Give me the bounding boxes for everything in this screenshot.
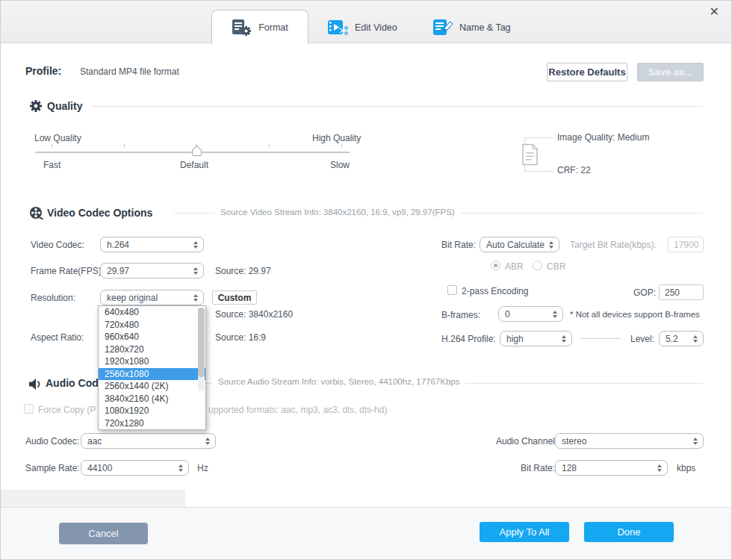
sample-rate-select[interactable]: 44100 bbox=[81, 460, 189, 476]
restore-defaults-button[interactable]: Restore Defaults bbox=[547, 63, 627, 81]
video-section-title: Video Codec Options bbox=[47, 207, 152, 219]
audio-bitrate-select[interactable]: 128 bbox=[555, 460, 668, 476]
tab-format[interactable]: Format bbox=[211, 10, 308, 44]
bitrate-select[interactable]: Auto Calculate bbox=[480, 237, 559, 252]
level-label: Level: bbox=[630, 334, 654, 344]
profile-level-dash bbox=[580, 338, 621, 339]
level-value: 5.2 bbox=[666, 334, 678, 344]
slider-tick bbox=[52, 144, 52, 147]
video-codec-label: Video Codec: bbox=[31, 240, 84, 250]
audio-channel-value: stereo bbox=[562, 436, 586, 447]
resolution-option[interactable]: 1280x720 bbox=[99, 343, 205, 356]
footer-left-shade bbox=[1, 490, 185, 507]
resolution-option[interactable]: 720x480 bbox=[99, 319, 205, 332]
framerate-select[interactable]: 29.97 bbox=[100, 263, 204, 279]
framerate-label: Frame Rate(FPS): bbox=[31, 266, 104, 276]
resolution-option[interactable]: 1920x1080 bbox=[99, 355, 205, 368]
bitrate-value: Auto Calculate bbox=[486, 240, 545, 250]
resolution-dropdown-list: 640x480 720x480 960x640 1280x720 1920x10… bbox=[98, 305, 206, 430]
h264-profile-label: H.264 Profile: bbox=[441, 334, 496, 344]
cancel-button[interactable]: Cancel bbox=[59, 523, 148, 544]
framerate-value: 29.97 bbox=[107, 266, 129, 276]
resolution-option[interactable]: 960x640 bbox=[99, 331, 205, 343]
force-copy-label-end: upported formats: aac, mp3, ac3, dts, dt… bbox=[208, 405, 387, 415]
cbr-radio bbox=[533, 261, 542, 270]
audio-source-info: Source Audio Stream Info: vorbis, Stereo… bbox=[212, 377, 465, 386]
image-quality-value: Image Quality: Medium bbox=[557, 132, 649, 143]
gop-input[interactable]: 250 bbox=[659, 284, 704, 300]
select-arrows-icon bbox=[179, 464, 183, 472]
resolution-label: Resolution: bbox=[31, 293, 75, 303]
speaker-icon bbox=[28, 377, 43, 394]
sample-rate-value: 44100 bbox=[87, 463, 112, 473]
document-icon bbox=[521, 143, 539, 169]
slider-default-label: Default bbox=[180, 160, 208, 170]
resolution-select[interactable]: keep original bbox=[100, 290, 204, 305]
select-arrows-icon bbox=[562, 335, 566, 343]
resolution-option[interactable]: 2560x1440 (2K) bbox=[99, 380, 205, 393]
framerate-source: Source: 29.97 bbox=[215, 266, 271, 276]
select-arrows-icon bbox=[693, 335, 698, 343]
tab-name-tag[interactable]: Name & Tag bbox=[432, 17, 511, 38]
video-codec-select[interactable]: h.264 bbox=[100, 237, 204, 252]
cbr-label: CBR bbox=[547, 261, 565, 272]
dropdown-scrollbar-thumb[interactable] bbox=[198, 308, 205, 377]
select-arrows-icon bbox=[657, 464, 662, 472]
resolution-option[interactable]: 1080x1920 bbox=[99, 405, 205, 417]
audio-codec-select[interactable]: aac bbox=[81, 433, 216, 449]
slider-high-label: High Quality bbox=[312, 133, 361, 143]
tab-edit-video[interactable]: Edit Video bbox=[327, 17, 397, 38]
bframes-note: * Not all devices support B-frames bbox=[570, 310, 700, 319]
quality-section-rule bbox=[92, 106, 703, 107]
custom-resolution-button[interactable]: Custom bbox=[212, 290, 257, 305]
crf-value: CRF: 22 bbox=[557, 165, 591, 175]
format-icon bbox=[232, 19, 252, 37]
sample-rate-label: Sample Rate: bbox=[25, 463, 80, 473]
abr-radio bbox=[491, 261, 500, 270]
close-icon[interactable]: ✕ bbox=[710, 6, 719, 18]
bframes-label: B-frames: bbox=[441, 310, 480, 320]
h264-profile-select[interactable]: high bbox=[500, 331, 572, 346]
edit-video-icon bbox=[327, 19, 348, 37]
slider-tick bbox=[269, 144, 270, 147]
select-arrows-icon bbox=[553, 311, 557, 318]
resolution-source: Source: 3840x2160 bbox=[215, 309, 293, 320]
abr-label: ABR bbox=[505, 261, 524, 272]
select-arrows-icon bbox=[549, 241, 553, 249]
select-arrows-icon bbox=[693, 438, 698, 445]
select-arrows-icon bbox=[193, 241, 198, 249]
gop-label: GOP: bbox=[633, 287, 656, 298]
audio-bitrate-value: 128 bbox=[562, 463, 577, 473]
audio-channel-select[interactable]: stereo bbox=[555, 433, 704, 449]
two-pass-label: 2-pass Encoding bbox=[462, 286, 528, 296]
slider-tick bbox=[341, 144, 342, 147]
quality-gear-icon bbox=[29, 99, 43, 116]
h264-profile-value: high bbox=[506, 334, 524, 344]
resolution-option-selected[interactable]: 2560x1080 bbox=[99, 368, 205, 381]
bframes-select[interactable]: 0 bbox=[498, 306, 563, 322]
level-select[interactable]: 5.2 bbox=[659, 331, 704, 346]
profile-value: Standard MP4 file format bbox=[80, 66, 179, 77]
resolution-value: keep original bbox=[107, 293, 158, 303]
name-tag-icon bbox=[432, 19, 453, 37]
target-bitrate-label: Target Bit Rate(kbps): bbox=[570, 240, 657, 250]
convert-settings-window: Format Edit Video bbox=[0, 0, 732, 560]
dropdown-scrollbar[interactable] bbox=[198, 308, 205, 391]
audio-codec-value: aac bbox=[87, 436, 102, 447]
audio-bitrate-unit: kbps bbox=[677, 463, 695, 473]
slider-slow-label: Slow bbox=[330, 160, 350, 170]
apply-to-all-button[interactable]: Apply To All bbox=[480, 522, 569, 542]
done-button[interactable]: Done bbox=[584, 522, 674, 542]
tab-edit-video-label: Edit Video bbox=[355, 22, 397, 33]
select-arrows-icon bbox=[205, 438, 210, 445]
resolution-option[interactable]: 640x480 bbox=[99, 306, 205, 319]
profile-label: Profile: bbox=[25, 65, 61, 77]
resolution-option[interactable]: 720x1280 bbox=[99, 417, 205, 430]
slider-low-label: Low Quality bbox=[34, 133, 81, 143]
two-pass-checkbox[interactable] bbox=[447, 285, 457, 295]
video-codec-value: h.264 bbox=[107, 240, 129, 250]
bframes-value: 0 bbox=[505, 309, 510, 320]
resolution-option[interactable]: 3840x2160 (4K) bbox=[99, 393, 205, 405]
quality-slider-thumb[interactable] bbox=[192, 149, 202, 156]
slider-fast-label: Fast bbox=[43, 160, 61, 170]
